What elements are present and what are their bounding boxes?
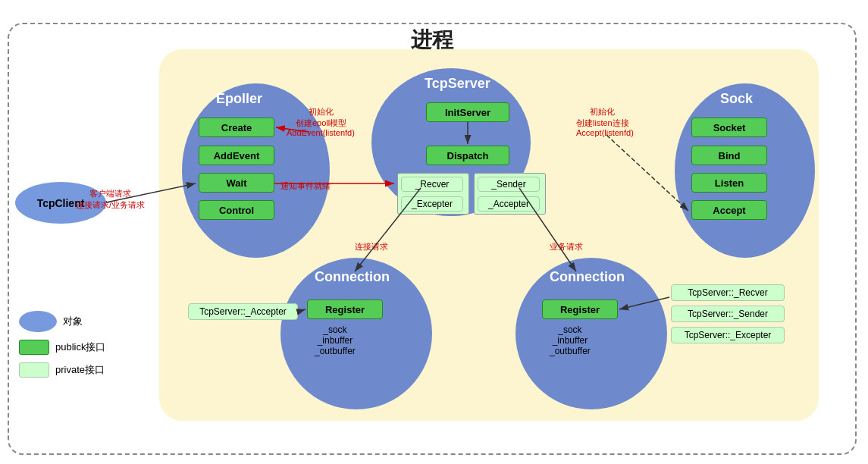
legend-ellipse-icon bbox=[19, 311, 57, 332]
annotation-init-epoller: 初始化 创建epoll模型 bbox=[296, 106, 346, 130]
legend-private-label: private接口 bbox=[55, 363, 105, 377]
accept-box: Accept bbox=[691, 200, 767, 220]
epoller-wait-box: Wait bbox=[199, 173, 274, 193]
socket-box: Socket bbox=[691, 118, 767, 137]
dispatch-private-left: _Recver _Excepter bbox=[397, 173, 469, 215]
legend-object-label: 对象 bbox=[63, 315, 83, 328]
epoller-control-box: Control bbox=[199, 200, 274, 220]
connection2-fields: _sock _inbuffer _outbuffer bbox=[550, 324, 591, 356]
epoller-label: Epoller bbox=[216, 91, 262, 107]
accepter-box: _Accepter bbox=[478, 196, 540, 212]
annotation-notify: 通知事件就绪 bbox=[280, 180, 331, 192]
listen-box: Listen bbox=[691, 173, 767, 193]
legend-green-icon bbox=[19, 340, 49, 355]
accepter-ref-box: TcpServer::_Accepter bbox=[188, 303, 298, 320]
annotation-client-request: 客户端请求 连接请求/业务请求 bbox=[76, 188, 145, 212]
connection2-register-box: Register bbox=[542, 299, 618, 319]
sender-ref-box: TcpServer::_Sender bbox=[671, 306, 785, 322]
legend-public-label: publick接口 bbox=[55, 340, 105, 354]
sock-label: Sock bbox=[720, 91, 753, 107]
excepter-ref-box: TcpServer::_Excepter bbox=[671, 327, 785, 343]
legend-lightgreen-icon bbox=[19, 362, 49, 378]
legend: 对象 publick接口 private接口 bbox=[19, 311, 105, 385]
sock-ellipse bbox=[675, 83, 815, 258]
bind-box: Bind bbox=[691, 146, 767, 165]
annotation-connection-request: 连接请求 bbox=[355, 241, 388, 252]
connection1-register-box: Register bbox=[307, 299, 383, 319]
connection1-label: Connection bbox=[315, 269, 390, 285]
tcpserver-label: TcpServer bbox=[425, 76, 490, 92]
annotation-business-request: 业务请求 bbox=[550, 241, 583, 252]
epoller-addevent-box: AddEvent bbox=[199, 146, 274, 165]
legend-object: 对象 bbox=[19, 311, 105, 332]
annotation-accept-listenfd: Accept(listenfd) bbox=[576, 127, 634, 139]
legend-public: publick接口 bbox=[19, 340, 105, 355]
diagram: 进程 Reactor TcpClient Epoller Create AddE… bbox=[0, 0, 868, 464]
initserver-box: InitServer bbox=[426, 102, 509, 122]
excepter-box: _Excepter bbox=[401, 196, 463, 212]
epoller-create-box: Create bbox=[199, 118, 274, 137]
dispatch-private-right: _Sender _Accepter bbox=[474, 173, 546, 215]
legend-private: private接口 bbox=[19, 362, 105, 378]
connection1-fields: _sock _inbuffer _outbuffer bbox=[315, 324, 356, 356]
recver-ref-box: TcpServer::_Recver bbox=[671, 284, 785, 301]
annotation-init-listen: 初始化 创建listen连接 bbox=[576, 106, 629, 130]
annotation-add-event: AddEvent(listenfd) bbox=[287, 127, 355, 139]
recver-box: _Recver bbox=[401, 177, 463, 192]
connection2-label: Connection bbox=[550, 269, 625, 285]
sender-box: _Sender bbox=[478, 177, 540, 192]
dispatch-box: Dispatch bbox=[426, 146, 509, 165]
